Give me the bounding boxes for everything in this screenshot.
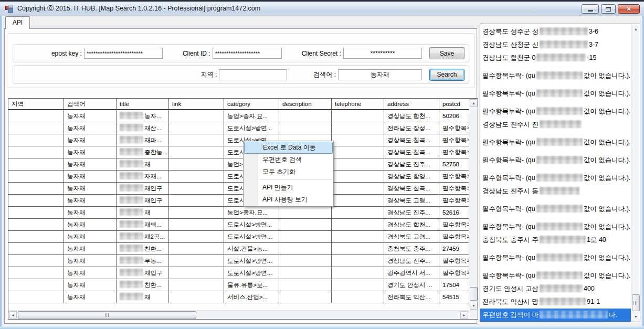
grid-scroll-left-button[interactable]: ◄ (9, 311, 17, 319)
grid-hscrollbar[interactable]: ◄ ► (8, 310, 469, 319)
client-secret-input[interactable] (343, 48, 422, 59)
log-line[interactable]: 필수항목누락- (qu값이 없습니다.). (480, 251, 631, 264)
cell-telephone (332, 219, 384, 230)
grid-scroll-right-button[interactable]: ► (460, 311, 468, 319)
log-line[interactable]: 필수항목누락- (qu값이 없습니다.). (480, 136, 631, 149)
cell-telephone (332, 231, 384, 242)
menu-item[interactable]: API 사용량 보기 (244, 194, 333, 206)
log-line[interactable]: 전라북도 익산시 망91-1 (480, 295, 631, 309)
cell-region (8, 267, 64, 279)
epost-key-input[interactable] (84, 48, 163, 59)
log-line[interactable]: 경상남도 산청군 신3-7 (480, 38, 631, 51)
log-scrollbar[interactable]: ▲ ▼ (631, 24, 640, 322)
table-row[interactable]: 농자재친환...물류.유통>보...경기도 안성시 ...17504 (8, 279, 470, 291)
search-button[interactable]: Search (429, 69, 464, 81)
grid-header-address[interactable]: address (384, 99, 439, 109)
log-line[interactable]: 필수항목누락- (qu값이 없습니다.). (480, 220, 631, 234)
cell-postcd: 필수항목누락- (439, 171, 470, 182)
grid-header-title[interactable]: title (117, 99, 169, 109)
table-row[interactable]: 농자재종합농...도로시설>방면...경상북도 칠곡...필수항목누락- (8, 146, 470, 158)
log-blank-line (480, 216, 631, 220)
grid-header-keyword[interactable]: 검색어 (64, 99, 117, 109)
grid-header-category[interactable]: category (224, 99, 279, 109)
cell-address: 경상남도 함양... (384, 171, 439, 182)
table-row[interactable]: 농자재재백...도로시설>방면...경상남도 합천...필수항목누락- (8, 219, 470, 231)
log-line[interactable]: 우편번호 검색이 마다. (480, 309, 631, 322)
region-input[interactable] (219, 69, 287, 80)
log-line[interactable]: 충청북도 충주시 주1로 40 (480, 234, 631, 247)
cell-address: 경상남도 진주... (384, 158, 439, 170)
scrollbar-corner (469, 310, 478, 319)
minimize-button[interactable] (582, 4, 599, 14)
client-id-label: Client ID : (183, 50, 210, 57)
table-row[interactable]: 농자재재2공...도로시설>방면...경상북도 고령...필수항목누락- (8, 231, 470, 243)
cell-link (169, 158, 224, 170)
log-line[interactable]: 필수항목누락- (qu값이 없습니다.). (480, 172, 631, 185)
cell-postcd: 필수항목누락- (439, 255, 470, 267)
table-row[interactable]: 농자재농자...농업>종자.묘...경상남도 합천...50206 (8, 110, 470, 122)
menu-item[interactable]: 우편번호 검색 (244, 154, 333, 166)
log-line[interactable]: 필수항목누락- (qu값이 없습니다.). (480, 203, 631, 216)
maximize-button[interactable] (601, 4, 616, 14)
cell-title: 친환... (117, 243, 169, 254)
tab-api[interactable]: API (5, 16, 30, 29)
log-line[interactable]: 경상남도 합천군 0-15 (480, 51, 631, 65)
table-row[interactable]: 농자재친환...시설.건물>농...충청북도 충주...27459 (8, 243, 470, 255)
table-row[interactable]: 농자재자재...도로시설>방면...경상남도 함양...필수항목누락- (8, 171, 470, 183)
table-row[interactable]: 농자재재파...도로시설>방면...경상북도 칠곡...필수항목누락- (8, 134, 470, 146)
log-line[interactable]: 필수항목누락- (qu값이 없습니다.). (480, 154, 631, 167)
cell-region (8, 219, 64, 230)
cell-address: 경상남도 진주... (384, 207, 439, 218)
grid-hscroll-thumb[interactable] (18, 311, 196, 319)
log-blank-line (480, 100, 631, 105)
table-row[interactable]: 농자재루농...도로시설>방면...경상남도 진주...필수항목누락- (8, 255, 470, 267)
cell-title: 재2공... (117, 231, 169, 242)
table-row[interactable]: 농자재재입구도로시설>방면...광주광역시 서...필수항목누락- (8, 267, 470, 279)
log-line[interactable]: 필수항목누락- (qu값이 없습니다.). (480, 269, 631, 282)
log-line[interactable]: 필수항목누락- (qu값이 없습니다.). (480, 87, 631, 100)
table-row[interactable]: 농자재재농업>종자.묘...경상남도 진주...52616 (8, 207, 470, 219)
grid-header-postcd[interactable]: postcd (439, 99, 470, 109)
cell-title: 재 (117, 291, 169, 303)
redacted-text (536, 174, 583, 182)
cell-description (279, 255, 332, 267)
log-scroll-up-button[interactable]: ▲ (632, 25, 640, 33)
table-row[interactable]: 농자재재농업>종자.묘...경상남도 진주...52758 (8, 158, 470, 171)
log-blank-line (480, 247, 631, 251)
redacted-text (540, 236, 586, 243)
grid-header-telephone[interactable]: telephone (332, 99, 384, 109)
grid-vscroll-thumb[interactable] (470, 287, 478, 301)
cell-telephone (332, 243, 384, 254)
log-line[interactable]: 필수항목누락- (qu값이 없습니다.). (480, 105, 631, 118)
cell-link (169, 231, 224, 242)
table-row[interactable]: 농자재재입구도로시설>방면...경상북도 칠곡...필수항목누락- (8, 183, 470, 195)
log-scroll-down-button[interactable]: ▼ (632, 313, 640, 321)
log-line[interactable]: 경기도 안성시 고삼400 (480, 282, 631, 295)
save-button[interactable]: Save (429, 47, 464, 59)
grid-vscrollbar[interactable]: ▲ ▼ (469, 99, 478, 310)
cell-postcd: 50206 (439, 110, 470, 122)
grid-scroll-down-button[interactable]: ▼ (470, 302, 478, 310)
log-line[interactable]: 경상남도 진주시 진 (480, 118, 631, 131)
table-row[interactable]: 농자재재산...도로시설>방면...전라남도 장성...필수항목누락- (8, 122, 470, 134)
menu-item[interactable]: 모두 초기화 (244, 166, 333, 178)
grid-header-description[interactable]: description (279, 99, 332, 109)
cell-keyword: 농자재 (64, 231, 117, 242)
keyword-input[interactable] (338, 69, 422, 80)
menu-item[interactable]: API 만들기 (244, 182, 333, 194)
log-line[interactable]: 경상북도 성주군 성3-6 (480, 25, 631, 38)
grid-header-link[interactable]: link (169, 99, 224, 109)
menu-item[interactable]: Excel 로 Data 이동 (244, 142, 333, 154)
log-panel: 경상북도 성주군 성3-6경상남도 산청군 신3-7경상남도 합천군 0-15필… (480, 24, 640, 322)
log-line[interactable]: 필수항목누락- (qu값이 없습니다.). (480, 69, 631, 82)
table-row[interactable]: 농자재재입구도로시설>방면...경상북도 고령...필수항목누락- (8, 195, 470, 207)
close-button[interactable]: ✕ (618, 4, 640, 14)
grid-header-region[interactable]: 지역 (8, 99, 64, 109)
client-id-input[interactable] (213, 48, 282, 59)
table-row[interactable]: 농자재재서비스.산업>...전라북도 익산...54515 (8, 291, 470, 303)
log-vscroll-thumb[interactable] (632, 294, 640, 311)
cell-title: 재산... (117, 122, 169, 134)
log-line[interactable]: 경상남도 진주시 동 (480, 185, 631, 198)
cell-address: 광주광역시 서... (384, 267, 439, 279)
grid-scroll-up-button[interactable]: ▲ (470, 99, 478, 107)
